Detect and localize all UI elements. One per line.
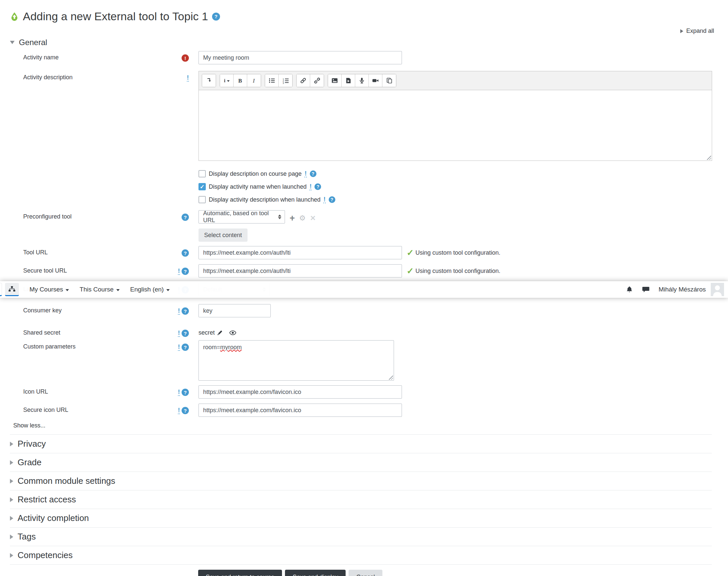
show-less-link[interactable]: Show less... [13,422,46,429]
bold-icon[interactable]: B [234,74,247,87]
help-icon[interactable]: ? [314,183,321,190]
media-icon[interactable] [342,74,355,87]
display-activity-description-label: Display activity description when launch… [209,196,321,203]
gear-icon[interactable]: ⚙ [299,214,306,222]
check-icon: ✓ [406,267,414,275]
caret-right-icon [680,29,683,33]
help-icon[interactable]: ? [182,329,189,337]
custom-parameters-textarea[interactable]: room=myroom [199,340,394,381]
section-restrict-access[interactable]: Restrict access [10,490,712,509]
display-description-label: Display description on course page [209,170,302,177]
chevron-down-icon [66,289,69,291]
advanced-marker-icon: ! [178,388,180,396]
activity-name-input[interactable] [199,51,402,64]
section-common-module-settings[interactable]: Common module settings [10,471,712,490]
caret-right-icon [10,535,13,539]
image-icon[interactable] [328,74,342,87]
preconfigured-tool-label: Preconfigured tool [23,213,71,220]
messages-icon[interactable] [642,286,650,293]
icon-url-label: Icon URL [23,388,48,395]
italic-icon[interactable]: I [247,74,261,87]
caret-right-icon [10,497,13,502]
help-icon[interactable]: ? [182,268,189,275]
expand-all-label: Expand all [686,28,714,34]
link-icon[interactable] [297,74,310,87]
display-activity-description-checkbox[interactable] [199,196,206,203]
section-general-toggle[interactable]: General [10,38,715,47]
help-icon[interactable]: ? [182,344,189,351]
cancel-button[interactable]: Cancel [348,570,383,576]
edit-pencil-icon[interactable] [217,329,223,336]
advanced-marker-icon: ! [187,74,189,82]
advanced-marker-icon: ! [178,344,180,351]
shared-secret-label: Shared secret [23,329,60,336]
drawer-toggle-button[interactable] [0,283,2,296]
expand-all[interactable]: Expand all [0,28,714,34]
unordered-list-icon[interactable] [265,74,279,87]
manage-files-icon[interactable] [383,74,396,87]
section-privacy[interactable]: Privacy [10,434,712,453]
unlink-icon[interactable] [310,74,324,87]
delete-tool-icon[interactable]: ✕ [310,214,316,222]
help-icon[interactable]: ? [182,249,189,257]
record-video-icon[interactable] [369,74,383,87]
ordered-list-icon[interactable]: 123 [279,74,292,87]
external-tool-form: Activity name ! Activity description ! [0,51,728,576]
save-and-return-button[interactable]: Save and return to course [198,570,282,576]
section-grade[interactable]: Grade [10,453,712,471]
required-icon: ! [182,54,189,62]
caret-right-icon [10,516,13,521]
help-icon[interactable]: ? [329,196,335,203]
paragraph-styles-icon[interactable]: i [220,74,234,87]
tool-url-input[interactable] [199,246,402,259]
consumer-key-label: Consumer key [23,307,62,314]
svg-text:i: i [224,78,225,83]
help-icon[interactable]: ? [182,213,189,221]
activity-name-row: Activity name ! [0,51,728,64]
nav-this-course[interactable]: This Course [80,286,119,293]
select-content-button[interactable]: Select content [199,228,247,242]
save-and-display-button[interactable]: Save and display [285,570,345,576]
select-arrows-icon [278,214,281,219]
help-icon[interactable]: ? [182,407,189,414]
svg-text:I: I [252,78,255,84]
misspelled-word: myroom [220,344,242,350]
section-general-title: General [19,38,47,47]
notifications-bell-icon[interactable] [626,286,633,293]
user-menu[interactable]: Mihály Mészáros [659,283,724,296]
display-description-checkbox[interactable] [199,170,206,177]
section-tags[interactable]: Tags [10,527,712,546]
secure-tool-url-input[interactable] [199,264,402,278]
nav-my-courses[interactable]: My Courses [30,286,69,293]
advanced-marker-icon: ! [305,170,306,177]
secure-icon-url-row: Secure icon URL !? [0,404,728,417]
help-icon[interactable]: ? [182,388,189,396]
chevron-down-icon [166,289,170,291]
show-secret-eye-icon[interactable] [229,329,237,337]
consumer-key-input[interactable] [199,304,271,317]
record-audio-icon[interactable] [355,74,369,87]
sitemap-icon[interactable] [5,283,19,296]
secure-icon-url-input[interactable] [199,404,402,417]
resize-grip[interactable] [388,375,393,380]
advanced-marker-icon: ! [324,196,325,203]
help-icon[interactable]: ? [182,308,189,315]
nav-language[interactable]: English (en) [130,286,170,293]
add-tool-icon[interactable]: + [290,214,295,222]
caret-down-icon [10,41,14,44]
preconfigured-tool-select[interactable]: Automatic, based on tool URL [199,210,285,224]
icon-url-input[interactable] [199,385,402,399]
section-competencies[interactable]: Competencies [10,546,712,565]
display-name-checkbox[interactable]: ✓ [199,183,206,190]
help-icon[interactable]: ? [212,12,220,21]
rich-text-editor: i B I 123 [199,71,712,161]
external-tool-icon [10,12,19,21]
help-icon[interactable]: ? [310,170,316,177]
section-activity-completion[interactable]: Activity completion [10,509,712,527]
description-textarea[interactable] [199,90,712,161]
advanced-marker-icon: ! [178,329,180,337]
secure-icon-url-label: Secure icon URL [23,407,68,413]
show-more-icon[interactable] [202,74,216,87]
secure-tool-url-label: Secure tool URL [23,267,67,274]
resize-grip[interactable] [706,155,711,160]
